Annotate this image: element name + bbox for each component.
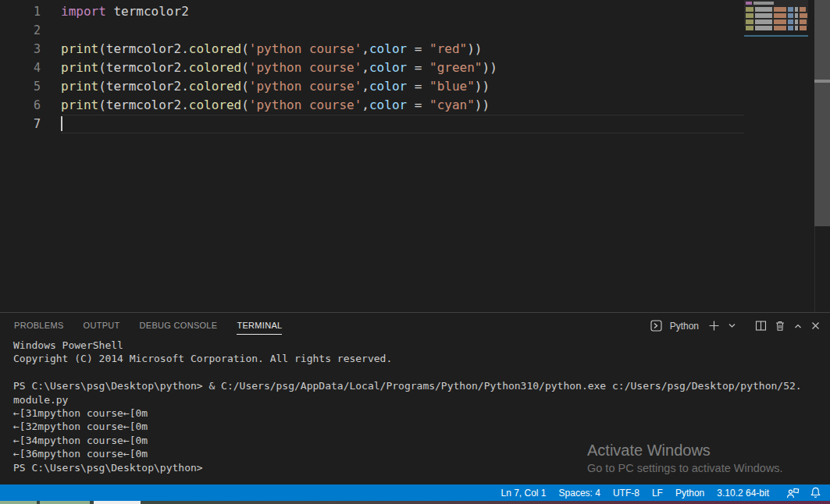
status-item-utf-8[interactable]: UTF-8 — [613, 488, 639, 499]
scrollbar-track — [814, 226, 830, 312]
scrollbar-thumb[interactable] — [814, 0, 830, 226]
code-token: colored — [189, 79, 241, 94]
terminal-line — [13, 366, 825, 379]
close-panel-icon[interactable] — [810, 321, 821, 331]
code-token: 'python course' — [249, 60, 362, 75]
line-number: 3 — [0, 40, 41, 59]
code-token: )) — [475, 79, 490, 94]
panel-tab-debug-console[interactable]: DEBUG CONSOLE — [140, 318, 218, 335]
code-line-content: print(termcolor2.colored('python course'… — [61, 96, 744, 115]
vscode-window: 1import termcolor223print(termcolor2.col… — [0, 0, 830, 504]
panel-tab-output[interactable]: OUTPUT — [84, 318, 120, 335]
watermark-subtitle: Go to PC settings to activate Windows. — [587, 462, 783, 474]
text-cursor — [61, 116, 62, 131]
status-bar: Ln 7, Col 1Spaces: 4UTF-8LFPython3.10.2 … — [0, 484, 830, 501]
code-token: "cyan" — [429, 98, 475, 112]
code-token: ( — [241, 98, 249, 112]
status-item-python[interactable]: Python — [675, 488, 704, 499]
panel-actions: Python — [650, 320, 821, 332]
line-number: 7 — [0, 115, 41, 133]
terminal-line: module.py — [13, 393, 825, 406]
code-line[interactable]: 2 — [0, 21, 830, 40]
status-item-ln-7-col-1[interactable]: Ln 7, Col 1 — [500, 488, 546, 499]
terminal-line: Windows PowerShell — [13, 339, 825, 352]
code-token: )) — [467, 41, 482, 56]
status-icons — [786, 487, 821, 499]
code-line[interactable]: 3print(termcolor2.colored('python course… — [0, 40, 830, 59]
code-line-content: print(termcolor2.colored('python course'… — [61, 59, 744, 77]
code-token: print — [61, 60, 98, 75]
maximize-panel-icon[interactable] — [793, 321, 803, 331]
code-token: color — [369, 98, 407, 112]
bell-icon[interactable] — [810, 487, 821, 499]
minimap-current-line-mark — [744, 35, 808, 37]
terminal-line: ←[32mpython course←[0m — [13, 420, 825, 433]
code-token: (termcolor2. — [98, 60, 189, 75]
minimap-line-mark — [746, 2, 774, 5]
minimap-line-mark — [746, 20, 807, 24]
code-token: color — [369, 60, 407, 75]
line-number: 5 — [0, 77, 41, 96]
line-number: 1 — [0, 2, 41, 21]
minimap[interactable] — [744, 0, 808, 86]
status-item-spaces-4[interactable]: Spaces: 4 — [559, 488, 600, 499]
code-token: "red" — [429, 41, 467, 56]
code-line-content: print(termcolor2.colored('python course'… — [61, 40, 744, 59]
code-token: termcolor2 — [106, 4, 189, 19]
status-item-3-10-2-64-bit[interactable]: 3.10.2 64-bit — [717, 488, 769, 499]
editor-scrollbar[interactable] — [814, 0, 830, 312]
launch-profile-chevron-icon[interactable] — [728, 321, 736, 330]
terminal-line: ←[31mpython course←[0m — [13, 406, 825, 420]
new-terminal-icon[interactable] — [708, 320, 720, 332]
code-editor[interactable]: 1import termcolor223print(termcolor2.col… — [0, 0, 830, 312]
panel-tab-problems[interactable]: PROBLEMS — [14, 318, 64, 335]
feedback-icon[interactable] — [786, 488, 800, 499]
terminal-shell-icon[interactable] — [650, 320, 662, 332]
code-token: = — [407, 60, 429, 75]
bottom-panel: PROBLEMSOUTPUTDEBUG CONSOLETERMINAL Pyth… — [0, 312, 830, 484]
code-token: print — [61, 79, 98, 94]
status-item-lf[interactable]: LF — [652, 488, 663, 499]
activate-windows-watermark: Activate Windows Go to PC settings to ac… — [587, 442, 783, 474]
kill-terminal-icon[interactable] — [775, 320, 785, 332]
code-token: )) — [475, 98, 490, 112]
panel-header: PROBLEMSOUTPUTDEBUG CONSOLETERMINAL Pyth… — [0, 313, 830, 339]
code-line-content — [61, 21, 744, 40]
code-line[interactable]: 5print(termcolor2.colored('python course… — [0, 77, 830, 96]
code-token: 'python course' — [249, 79, 362, 94]
minimap-line-mark — [746, 7, 806, 12]
line-number: 6 — [0, 96, 41, 115]
code-token: , — [362, 41, 369, 56]
code-token: ( — [241, 60, 249, 75]
code-token: )) — [483, 60, 497, 75]
minimap-line-mark — [746, 26, 807, 30]
desktop-edge-sliver — [0, 501, 830, 504]
code-line[interactable]: 4print(termcolor2.colored('python course… — [0, 59, 830, 77]
code-token: colored — [189, 41, 241, 56]
terminal-shell-label[interactable]: Python — [670, 321, 699, 332]
code-token: 'python course' — [249, 41, 362, 56]
status-bar-right: Ln 7, Col 1Spaces: 4UTF-8LFPython3.10.2 … — [500, 487, 830, 499]
code-line[interactable]: 7 — [0, 115, 830, 133]
code-token: = — [407, 98, 429, 112]
code-token: colored — [189, 60, 241, 75]
terminal-line: Copyright (C) 2014 Microsoft Corporation… — [13, 352, 825, 365]
code-token: "green" — [429, 60, 482, 75]
code-token: print — [61, 98, 98, 112]
code-token: 'python course' — [249, 98, 362, 112]
code-token: import — [61, 4, 106, 19]
code-token: ( — [241, 41, 249, 56]
code-line-content: print(termcolor2.colored('python course'… — [61, 77, 744, 96]
code-token: colored — [189, 98, 241, 112]
panel-tab-terminal[interactable]: TERMINAL — [237, 318, 282, 335]
line-number: 4 — [0, 59, 41, 77]
code-token: = — [407, 41, 429, 56]
code-token: (termcolor2. — [98, 98, 189, 112]
split-terminal-icon[interactable] — [755, 320, 767, 332]
code-line[interactable]: 6print(termcolor2.colored('python course… — [0, 96, 830, 115]
code-token: , — [362, 79, 369, 94]
code-token: , — [362, 98, 369, 112]
code-line[interactable]: 1import termcolor2 — [0, 2, 830, 21]
panel-tabs: PROBLEMSOUTPUTDEBUG CONSOLETERMINAL — [14, 318, 282, 335]
editor-lines: 1import termcolor223print(termcolor2.col… — [0, 2, 830, 133]
